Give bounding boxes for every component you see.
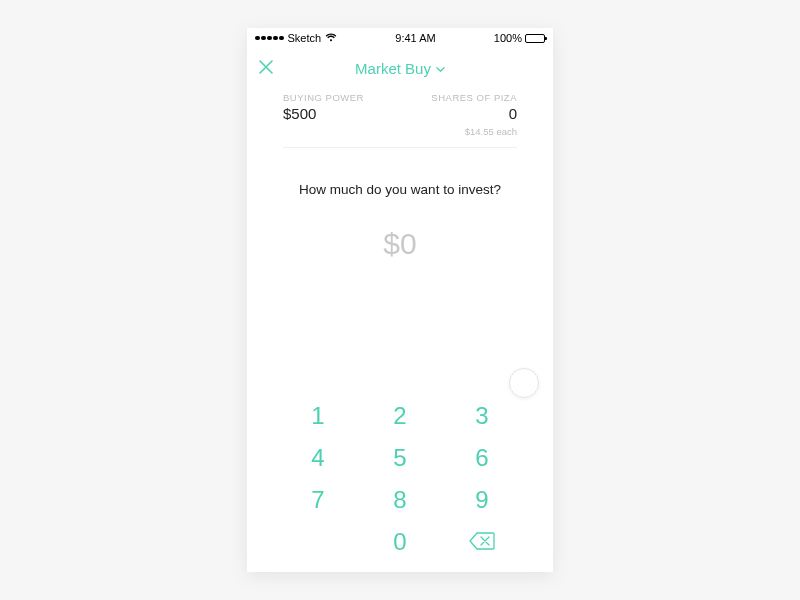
close-icon[interactable] (259, 58, 273, 79)
key-8[interactable]: 8 (359, 486, 441, 514)
key-6[interactable]: 6 (441, 444, 523, 472)
key-backspace[interactable] (441, 528, 523, 556)
signal-dots-icon (255, 36, 284, 41)
carrier-label: Sketch (288, 32, 322, 44)
nav-header: Market Buy (247, 48, 553, 88)
backspace-icon (469, 528, 495, 556)
status-left: Sketch (255, 32, 337, 44)
nav-title-label: Market Buy (355, 60, 431, 77)
status-bar: Sketch 9:41 AM 100% (247, 28, 553, 48)
status-right: 100% (494, 32, 545, 44)
invest-prompt: How much do you want to invest? (247, 182, 553, 197)
key-5[interactable]: 5 (359, 444, 441, 472)
key-4[interactable]: 4 (277, 444, 359, 472)
shares-value: 0 (509, 105, 517, 122)
key-7[interactable]: 7 (277, 486, 359, 514)
buying-power-label: BUYING POWER (283, 92, 364, 103)
key-0[interactable]: 0 (359, 528, 441, 556)
chevron-down-icon (436, 60, 445, 77)
buying-power-value: $500 (283, 105, 364, 122)
shares-label: SHARES OF PIZA (431, 92, 517, 103)
keypad-area: 1 2 3 4 5 6 7 8 9 0 (247, 384, 553, 572)
key-2[interactable]: 2 (359, 402, 441, 430)
battery-percent: 100% (494, 32, 522, 44)
phone-frame: Sketch 9:41 AM 100% Market Buy BUYING PO… (247, 28, 553, 572)
key-1[interactable]: 1 (277, 402, 359, 430)
key-9[interactable]: 9 (441, 486, 523, 514)
price-each: $14.55 each (465, 126, 517, 137)
info-section: BUYING POWER $500 SHARES OF PIZA 0 $14.5… (247, 88, 553, 148)
status-time: 9:41 AM (395, 32, 435, 44)
shares-block: SHARES OF PIZA 0 $14.55 each (431, 92, 517, 137)
floating-action-button[interactable] (509, 368, 539, 398)
key-3[interactable]: 3 (441, 402, 523, 430)
battery-icon (525, 34, 545, 43)
wifi-icon (325, 32, 337, 44)
buying-power-block: BUYING POWER $500 (283, 92, 364, 137)
numeric-keypad: 1 2 3 4 5 6 7 8 9 0 (247, 384, 553, 562)
order-type-selector[interactable]: Market Buy (355, 60, 445, 77)
amount-display: $0 (247, 227, 553, 261)
